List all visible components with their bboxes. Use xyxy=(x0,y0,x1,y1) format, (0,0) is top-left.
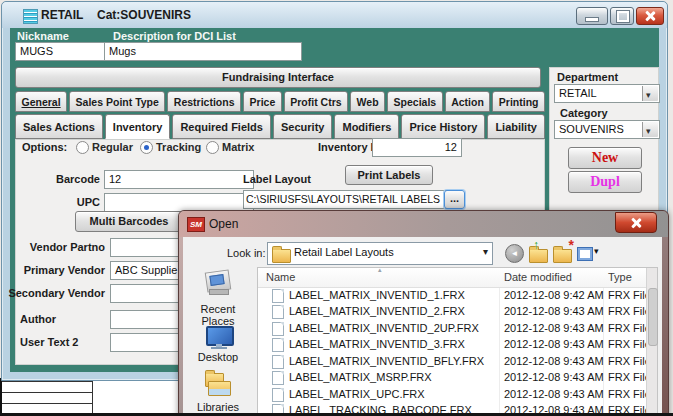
libraries-icon[interactable] xyxy=(203,373,233,399)
tab-modifiers[interactable]: Modifiers xyxy=(334,114,399,139)
file-icon xyxy=(272,388,284,402)
window-title: RETAIL xyxy=(41,8,83,22)
place-desktop[interactable]: Desktop xyxy=(183,351,253,363)
tab-price[interactable]: Price xyxy=(243,91,282,112)
new-button[interactable]: New xyxy=(568,147,642,169)
category-value: SOUVENIRS xyxy=(559,123,624,135)
sm-app-icon: SM xyxy=(187,217,205,232)
tab-general[interactable]: General xyxy=(15,91,67,112)
file-list-header: Name Date modified Type xyxy=(258,268,646,288)
tab-security[interactable]: Security xyxy=(273,114,332,139)
minimize-button[interactable] xyxy=(576,7,608,25)
place-libraries[interactable]: Libraries xyxy=(183,401,253,413)
print-labels-button[interactable]: Print Labels xyxy=(345,165,433,185)
tab-specials[interactable]: Specials xyxy=(387,91,443,112)
tab-required-fields[interactable]: Required Fields xyxy=(172,114,271,139)
maximize-button[interactable] xyxy=(610,7,634,25)
desktop-screen xyxy=(206,326,234,346)
recent-places-icon[interactable] xyxy=(203,269,233,295)
file-name: LABEL_MATRIX_INVENTID_3.FRX xyxy=(289,338,465,350)
browse-button[interactable]: ... xyxy=(444,190,465,209)
open-dialog-close-button[interactable] xyxy=(615,212,657,233)
close-button[interactable] xyxy=(636,7,664,25)
close-icon xyxy=(645,11,655,21)
file-type: FRX File xyxy=(608,355,651,367)
radio-tracking-label[interactable]: Tracking xyxy=(156,141,201,153)
tab-profit-ctrs[interactable]: Profit Ctrs xyxy=(284,91,348,112)
screen: RETAIL Cat:SOUVENIRS Nickname Descriptio… xyxy=(0,0,673,416)
new-star-icon xyxy=(569,237,574,253)
tab-printing[interactable]: Printing xyxy=(492,91,545,112)
file-row[interactable]: LABEL_MATRIX_INVENTID_BFLY.FRX 2012-12-0… xyxy=(258,353,646,370)
file-name: LABEL_MATRIX_MSRP.FRX xyxy=(289,371,432,383)
file-icon xyxy=(272,322,284,336)
nickname-input[interactable]: MUGS xyxy=(15,42,109,61)
multi-barcodes-button[interactable]: Multi Barcodes xyxy=(75,211,183,232)
chevron-down-icon[interactable] xyxy=(642,86,658,101)
file-name: LABEL_MATRIX_INVENTID_2.FRX xyxy=(289,305,465,317)
column-header-name[interactable]: Name xyxy=(266,271,295,283)
open-dialog-title-bar[interactable]: SM Open xyxy=(179,211,668,237)
category-select[interactable]: SOUVENIRS xyxy=(554,120,660,139)
grid-line xyxy=(2,392,92,393)
scrollbar-thumb[interactable] xyxy=(648,288,658,346)
up-one-level-button[interactable] xyxy=(529,244,547,262)
file-row[interactable]: LABEL_MATRIX_UPC.FRX 2012-12-08 9:43 AM … xyxy=(258,386,646,403)
maximize-icon xyxy=(617,11,629,22)
radio-matrix[interactable] xyxy=(206,141,219,154)
chevron-down-icon[interactable] xyxy=(483,246,488,257)
column-header-type[interactable]: Type xyxy=(608,271,632,283)
file-row[interactable]: LABEL_MATRIX_MSRP.FRX 2012-12-08 9:43 AM… xyxy=(258,370,646,387)
tab-price-history[interactable]: Price History xyxy=(401,114,485,139)
look-in-combobox[interactable]: Retail Label Layouts xyxy=(267,242,493,265)
options-label: Options: xyxy=(22,141,67,153)
description-input[interactable]: Mugs xyxy=(104,42,302,61)
tab-row-2: Sales Actions Inventory Required Fields … xyxy=(15,114,545,139)
recent-places-screen xyxy=(209,274,224,286)
radio-regular[interactable] xyxy=(76,141,89,154)
radio-tracking[interactable] xyxy=(140,141,153,154)
file-row[interactable]: LABEL_MATRIX_INVENTID_2UP.FRX 2012-12-08… xyxy=(258,320,646,337)
file-type: FRX File xyxy=(608,388,651,400)
file-name: LABEL_MATRIX_INVENTID_1.FRX xyxy=(289,289,465,301)
views-menu-button[interactable] xyxy=(577,244,605,262)
place-recent-places[interactable]: Recent Places xyxy=(183,303,253,327)
back-button[interactable] xyxy=(505,244,523,262)
tab-sales-point-type[interactable]: Sales Point Type xyxy=(69,91,165,112)
places-sidebar: Recent Places Desktop Libraries xyxy=(183,237,257,416)
dupl-button[interactable]: Dupl xyxy=(568,171,642,193)
file-date: 2012-12-08 9:43 AM xyxy=(504,371,604,383)
chevron-down-icon[interactable] xyxy=(642,122,658,137)
tab-sales-actions[interactable]: Sales Actions xyxy=(15,114,103,139)
title-bar[interactable]: RETAIL Cat:SOUVENIRS xyxy=(2,2,667,28)
tab-inventory[interactable]: Inventory xyxy=(105,114,171,139)
file-date: 2012-12-08 9:43 AM xyxy=(504,355,604,367)
description-label: Description for DCI List xyxy=(113,30,236,42)
tab-action[interactable]: Action xyxy=(445,91,491,112)
file-row[interactable]: LABEL_MATRIX_INVENTID_2.FRX 2012-12-08 9… xyxy=(258,304,646,321)
file-row[interactable]: LABEL_MATRIX_INVENTID_3.FRX 2012-12-08 9… xyxy=(258,337,646,354)
new-folder-button[interactable] xyxy=(553,244,571,262)
background-grid-window xyxy=(0,378,180,416)
file-date: 2012-12-08 9:43 AM xyxy=(504,338,604,350)
inventory-id-field[interactable]: 12 xyxy=(372,138,462,157)
department-select[interactable]: RETAIL xyxy=(554,84,660,103)
tab-web[interactable]: Web xyxy=(350,91,385,112)
file-date: 2012-12-08 9:43 AM xyxy=(504,322,604,334)
file-row[interactable]: LABEL_MATRIX_INVENTID_1.FRX 2012-12-08 9… xyxy=(258,287,646,304)
file-icon xyxy=(272,371,284,385)
tab-liability[interactable]: Liability xyxy=(487,114,545,139)
file-icon xyxy=(272,289,284,303)
barcode-label: Barcode xyxy=(20,173,100,185)
tab-row-1: General Sales Point Type Restrictions Pr… xyxy=(15,91,545,112)
tab-restrictions[interactable]: Restrictions xyxy=(167,91,241,112)
scrollbar[interactable] xyxy=(646,268,657,416)
desktop-icon[interactable] xyxy=(205,325,233,349)
radio-regular-label[interactable]: Regular xyxy=(92,141,133,153)
fundraising-interface-button[interactable]: Fundraising Interface xyxy=(15,67,541,88)
radio-matrix-label[interactable]: Matrix xyxy=(222,141,254,153)
barcode-input[interactable]: 12 xyxy=(104,170,254,189)
views-grid-icon xyxy=(577,247,593,261)
label-layout-path-field[interactable]: C:\SIRIUSFS\LAYOUTS\RETAIL LABELS xyxy=(243,190,447,209)
column-header-date-modified[interactable]: Date modified xyxy=(504,271,572,283)
